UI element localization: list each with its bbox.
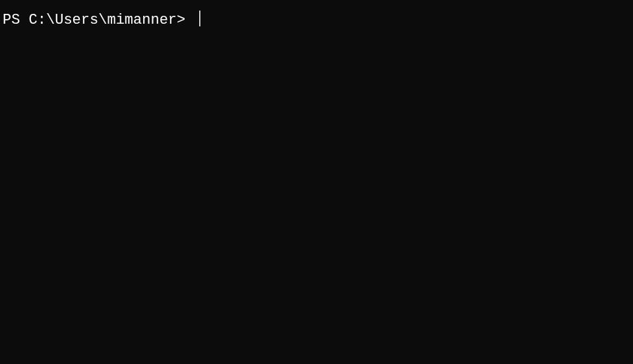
prompt-line[interactable]: PS C:\Users\mimanner> — [3, 8, 630, 30]
cursor-icon — [199, 11, 200, 26]
terminal-window[interactable]: PS C:\Users\mimanner> — [0, 0, 633, 364]
prompt-text: PS C:\Users\mimanner> — [3, 11, 194, 30]
